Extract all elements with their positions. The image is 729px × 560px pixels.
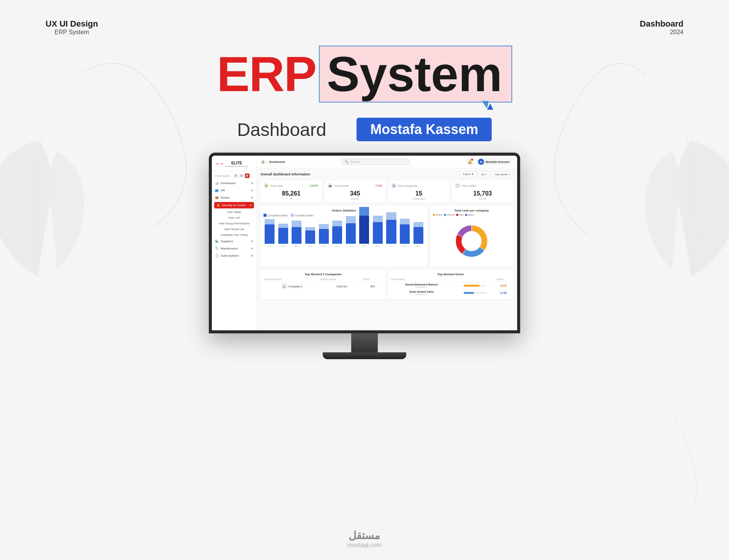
filter-all-button[interactable]: All ∨ (478, 171, 490, 177)
canceled-bar (373, 216, 383, 222)
subnav-company-user-setup[interactable]: Company User Setup (212, 232, 256, 238)
bar-stack (372, 216, 384, 244)
donut-legend: EZMUGWXWDEAMNUI (433, 214, 510, 216)
canceled-bar (305, 227, 315, 230)
nav-subscriptions[interactable]: 📋 Subscriptions ∨ (212, 252, 256, 259)
donut-dot (465, 214, 467, 216)
col-driver-name: Driver Name (391, 278, 452, 282)
bar-group: Ap r (304, 227, 317, 247)
canceled-bar (413, 222, 423, 227)
kpi-value: 345 (327, 190, 383, 197)
subnav-user-group-permissions[interactable]: User Group Permissions (212, 221, 256, 226)
watermark-area: مستقل mostaql.com (347, 529, 382, 549)
bar-group: Ja n (264, 219, 276, 247)
charts-row: Orders Statistics Completed Orders (260, 206, 513, 267)
completed-bar (400, 224, 410, 244)
programs-label: PROGRAMS ⚙ ⊞ 🏠 (212, 174, 256, 180)
kpi-icon: 🏢 (391, 183, 396, 188)
canceled-bar (386, 212, 396, 220)
completed-bar (346, 223, 356, 244)
bar-label: Se p (376, 245, 380, 247)
orders-chart-card: Orders Statistics Completed Orders (260, 206, 428, 267)
author-name-badge: Mostafa Kassem (357, 118, 492, 141)
driver-company: Company Z (391, 293, 452, 295)
kpi-label: Total Companies (398, 185, 418, 187)
bar-label: Ju l (349, 245, 352, 247)
subnav-user-list[interactable]: User List (212, 215, 256, 221)
search-bar[interactable]: 🔍 Search (341, 159, 410, 165)
bar-group: Ju l (344, 216, 357, 247)
col-company-name: Company Name (264, 278, 320, 282)
prog-icon-grid[interactable]: ⊞ (239, 174, 244, 178)
bar-label: Oc t (389, 245, 393, 247)
legend-completed: Completed Orders (264, 214, 288, 217)
bar-label: Fe b (281, 245, 285, 247)
completed-bar (305, 230, 315, 244)
notification-button[interactable]: 🔔 (466, 158, 474, 166)
user-chip[interactable]: M Mostafa Kassem (477, 158, 513, 166)
bar-stack (304, 227, 317, 244)
subnav-user-group-list[interactable]: User Group List (212, 226, 256, 232)
breadcrumb-current: Dashboard (269, 160, 285, 164)
watermark-arabic: مستقل (347, 529, 382, 542)
companies-table: Company Name Worked Hours Orders 🏢Compan… (264, 278, 383, 290)
monitor-screen: ELITE Professional Business PROGRAMS ⚙ ⊞… (209, 153, 520, 333)
col-driver-orders: Orders (496, 278, 510, 282)
nav-security-control[interactable]: 🔒 Seculity & Control ∧ (214, 202, 254, 208)
subtitle-row: Dashboard Mostafa Kassem (0, 118, 729, 141)
prog-icon-settings[interactable]: ⚙ (234, 174, 238, 178)
bar-stack (412, 222, 424, 244)
canceled-bar (332, 221, 342, 226)
donut-dot (444, 214, 446, 216)
donut-legend-item: MNUI (465, 214, 474, 216)
drivers-table-title: Top Worked Driver (391, 273, 510, 276)
sidebar: ELITE Professional Business PROGRAMS ⚙ ⊞… (212, 156, 257, 330)
companies-table-title: Top Worked 3 Companies (264, 273, 383, 276)
canceled-bar (346, 216, 356, 223)
col-driver-bar (452, 278, 497, 282)
donut-legend-item: EZMU (433, 214, 442, 216)
driver-orders: 2,758 (500, 292, 507, 294)
subnav-user-setup[interactable]: User Setup (212, 209, 256, 215)
kpi-value: 85,261 (264, 190, 319, 197)
bar-chart: Ja n Fe b Ma r Ap r Ma y (264, 219, 424, 253)
canceled-bar (319, 224, 329, 229)
driver-name: Omar Ahmed Yahia (391, 290, 452, 293)
bar-label: Ma y (322, 245, 326, 247)
bar-label: De c (416, 245, 420, 247)
nav-dashboard[interactable]: 📊 Dashboard ∨ (212, 180, 256, 187)
table-row: Omar Ahmed Yahia Company Z 2,758 (391, 289, 510, 297)
bar-group: Ju n (331, 221, 344, 247)
kpi-unit: ID (264, 197, 319, 200)
erp-text: ERP (217, 49, 316, 99)
nav-suppliers[interactable]: 🏪 Suppliers ∨ (212, 238, 256, 245)
kpi-value: 15 (391, 190, 447, 197)
cursor-icon: ▲ (485, 100, 495, 112)
nav-assets[interactable]: 📦 Assets ∨ (212, 194, 256, 201)
brand-title-left: UX UI Design (46, 19, 98, 29)
donut-legend-item: DEA (456, 214, 464, 216)
breadcrumb-sep: › (267, 160, 268, 164)
dash-content: Overall dashboard information Export ⬆ A… (257, 168, 517, 330)
nav-hr[interactable]: 👥 HR ∨ (212, 187, 256, 194)
kpi-label: Total Cash (270, 185, 283, 187)
canceled-bar (265, 219, 275, 224)
orders-chart-title: Orders Statistics (264, 209, 424, 212)
donut-legend-item: GWXW (444, 214, 454, 216)
kpi-card: 🏢 Total Companies 15 Companies (388, 180, 450, 203)
completed-bar (359, 216, 369, 244)
kpi-header: 🏢 Total Companies (391, 183, 447, 188)
export-button[interactable]: Export ⬆ (460, 171, 477, 177)
filter-month-button[interactable]: This Month ∨ (491, 171, 513, 177)
kpi-badge: -7.0% (374, 184, 383, 187)
tables-row: Top Worked 3 Companies Company Name Work… (260, 270, 513, 299)
kpi-header: 📋 Total Orders (455, 183, 510, 188)
nav-maintenance[interactable]: 🔧 Maintenance ∨ (212, 245, 256, 252)
brand-sub-right: 2024 (640, 29, 683, 36)
dash-header: Overall dashboard information Export ⬆ A… (260, 171, 513, 177)
dash-section-title: Overall dashboard information (260, 172, 310, 176)
erp-title-container: ERP System ▲ (217, 46, 512, 103)
prog-icon-home[interactable]: 🏠 (245, 174, 249, 178)
kpi-icon: 🚗 (327, 183, 333, 188)
bar-group: Se p (372, 216, 384, 247)
